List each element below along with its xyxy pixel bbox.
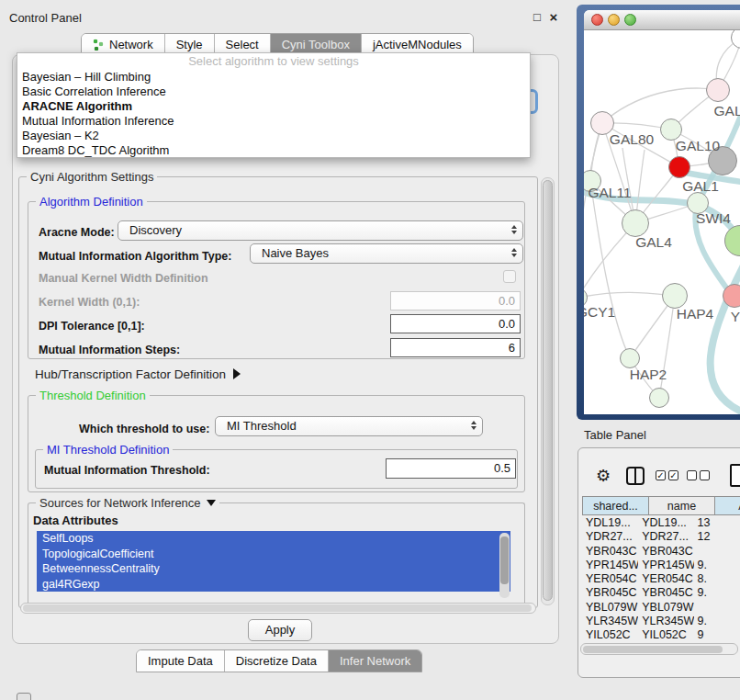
aracne-mode-label: Aracne Mode: bbox=[39, 226, 115, 239]
network-canvas[interactable]: GALGAL80GAL10GAL1GAL11SWI4GAL4GCY1HAP4YH… bbox=[584, 30, 740, 414]
aracne-mode-value: Discovery bbox=[129, 223, 182, 237]
algorithm-option-basic-correlation-inference[interactable]: Basic Correlation Inference bbox=[17, 85, 530, 99]
data-attribute-option-betweennesscentrality[interactable]: BetweennessCentrality bbox=[37, 561, 510, 577]
sources-group-title[interactable]: Sources for Network Inference bbox=[36, 496, 219, 510]
network-node-label-gal1: GAL1 bbox=[682, 178, 719, 195]
dpi-tolerance-field[interactable]: 0.0 bbox=[390, 314, 521, 333]
table-cell: YLR345W bbox=[638, 615, 693, 628]
float-window-icon[interactable]: □ bbox=[531, 11, 544, 24]
kernel-width-field[interactable]: 0.0 bbox=[390, 291, 521, 310]
table-row[interactable]: YBR045CYBR045C9. bbox=[582, 586, 740, 600]
close-window-icon[interactable]: × bbox=[547, 11, 560, 24]
kernel-width-label: Kernel Width (0,1): bbox=[39, 296, 140, 309]
mi-threshold-group-title: MI Threshold Definition bbox=[43, 443, 173, 457]
network-node-label-hap4: HAP4 bbox=[677, 306, 714, 322]
mi-steps-field[interactable]: 6 bbox=[390, 338, 521, 357]
network-window-frame: GALGAL80GAL10GAL1GAL11SWI4GAL4GCY1HAP4YH… bbox=[577, 5, 740, 420]
algorithm-placeholder: Select algorithm to view settings bbox=[17, 53, 530, 70]
unchecked-box-icon[interactable] bbox=[687, 470, 697, 480]
aracne-mode-combo[interactable]: Discovery bbox=[118, 220, 523, 241]
settings-horizontal-scrollbar[interactable] bbox=[20, 603, 536, 614]
tab-label: Impute Data bbox=[148, 654, 213, 668]
table-row[interactable]: YBR043CYBR043C bbox=[582, 545, 740, 559]
network-node-gal7[interactable] bbox=[706, 78, 730, 102]
which-threshold-value: MI Threshold bbox=[227, 419, 297, 433]
table-cell: 9. bbox=[694, 586, 740, 600]
minimize-traffic-light-icon[interactable] bbox=[608, 14, 620, 26]
table-cell bbox=[694, 545, 740, 559]
which-threshold-combo[interactable]: MI Threshold bbox=[215, 416, 483, 436]
table-row[interactable]: YPR145WYPR145W9. bbox=[582, 559, 740, 572]
document-icon[interactable] bbox=[730, 464, 740, 487]
tab-infer-network[interactable]: Infer Network bbox=[329, 650, 421, 672]
network-node-label-gal: GAL bbox=[713, 103, 740, 119]
table-column-header-name[interactable]: name bbox=[649, 496, 715, 515]
gear-icon[interactable]: ⚙ bbox=[596, 466, 611, 486]
network-node-gal1[interactable] bbox=[668, 156, 690, 178]
network-node-y[interactable] bbox=[723, 284, 740, 308]
network-node-hap2[interactable] bbox=[620, 348, 640, 368]
table-row[interactable]: YDL19...YDL19...13 bbox=[582, 516, 740, 530]
algorithm-option-bayesian-k2[interactable]: Bayesian – K2 bbox=[17, 129, 530, 143]
table-cell: YDL19... bbox=[582, 516, 638, 530]
checked-box-icon[interactable]: ✓ bbox=[668, 470, 678, 480]
data-attributes-label: Data Attributes bbox=[33, 514, 118, 527]
table-row[interactable]: YLR345WYLR345W9. bbox=[582, 615, 740, 628]
settings-vertical-scrollbar[interactable] bbox=[541, 177, 555, 605]
hub-definition-toggle[interactable]: Hub/Transcription Factor Definition bbox=[35, 367, 241, 381]
checked-box-icon[interactable]: ✓ bbox=[656, 470, 666, 480]
data-attribute-option-topologicalcoefficient[interactable]: TopologicalCoefficient bbox=[37, 547, 510, 562]
mi-threshold-label: Mutual Information Threshold: bbox=[44, 464, 210, 477]
mi-type-value: Naive Bayes bbox=[262, 246, 329, 260]
tab-label: jActiveMNodules bbox=[373, 38, 462, 51]
tab-label: Cyni Toolbox bbox=[282, 38, 350, 51]
table-cell: YDR27... bbox=[582, 530, 638, 544]
algorithm-option-mutual-information-inference[interactable]: Mutual Information Inference bbox=[17, 114, 530, 129]
close-traffic-light-icon[interactable] bbox=[591, 14, 603, 26]
scrollbar-thumb[interactable] bbox=[543, 180, 553, 601]
stepper-icon bbox=[511, 225, 517, 234]
screen: Control Panel □ × NetworkStyleSelectCyni… bbox=[0, 0, 740, 700]
mi-type-combo[interactable]: Naive Bayes bbox=[250, 243, 523, 264]
network-node-label-swi4: SWI4 bbox=[696, 210, 731, 227]
table-column-header-a[interactable]: A bbox=[715, 496, 740, 515]
unchecked-box-icon[interactable] bbox=[700, 470, 710, 480]
tab-impute-data[interactable]: Impute Data bbox=[137, 650, 225, 672]
table-row[interactable]: YIL052CYIL052C9 bbox=[582, 628, 740, 642]
table-cell: YLR345W bbox=[582, 615, 638, 628]
network-node[interactable] bbox=[649, 388, 669, 408]
network-window-titlebar[interactable] bbox=[584, 10, 740, 30]
tab-label: Network bbox=[109, 38, 153, 51]
apply-button[interactable]: Apply bbox=[248, 619, 312, 641]
zoom-traffic-light-icon[interactable] bbox=[624, 14, 636, 26]
scrollbar-thumb[interactable] bbox=[23, 604, 532, 612]
control-panel-title: Control Panel bbox=[9, 11, 82, 25]
network-node-hap4[interactable] bbox=[662, 283, 688, 309]
table-horizontal-scrollbar[interactable] bbox=[580, 643, 738, 655]
data-attribute-option-selfloops[interactable]: SelfLoops bbox=[37, 531, 510, 547]
tab-discretize-data[interactable]: Discretize Data bbox=[225, 650, 329, 672]
expanded-arrow-icon bbox=[207, 500, 216, 506]
algorithm-option-dream8-dc-tdc-algorithm[interactable]: Dream8 DC_TDC Algorithm bbox=[17, 143, 530, 158]
network-node-gal4[interactable] bbox=[622, 209, 649, 237]
scrollbar-thumb[interactable] bbox=[500, 536, 509, 584]
mi-threshold-field[interactable]: 0.5 bbox=[386, 458, 516, 479]
tab-label: Select bbox=[226, 38, 259, 51]
tab-label: Infer Network bbox=[340, 654, 410, 668]
attributes-list-scrollbar[interactable] bbox=[499, 533, 510, 598]
table-cell: YPR145W bbox=[582, 559, 638, 572]
table-panel-title: Table Panel bbox=[584, 428, 646, 442]
table-row[interactable]: YDR27...YDR27...12 bbox=[582, 530, 740, 544]
table-row[interactable]: YBL079WYBL079W bbox=[582, 601, 740, 615]
table-row[interactable]: YER054CYER054C8. bbox=[582, 572, 740, 586]
table-column-header-shared[interactable]: shared... bbox=[582, 496, 649, 515]
scrollbar-thumb[interactable] bbox=[583, 646, 723, 653]
algorithm-option-bayesian-hill-climbing[interactable]: Bayesian – Hill Climbing bbox=[17, 70, 530, 85]
manual-kernel-checkbox[interactable] bbox=[503, 270, 516, 283]
split-columns-icon[interactable] bbox=[626, 467, 645, 485]
data-attributes-list: SelfLoopsTopologicalCoefficientBetweenne… bbox=[37, 531, 510, 601]
table-cell: YBR043C bbox=[582, 545, 638, 559]
data-attribute-option-gal4rgexp[interactable]: gal4RGexp bbox=[37, 577, 510, 593]
algorithm-option-aracne-algorithm[interactable]: ARACNE Algorithm bbox=[17, 99, 530, 114]
bottom-left-mini-icon[interactable] bbox=[17, 693, 31, 700]
